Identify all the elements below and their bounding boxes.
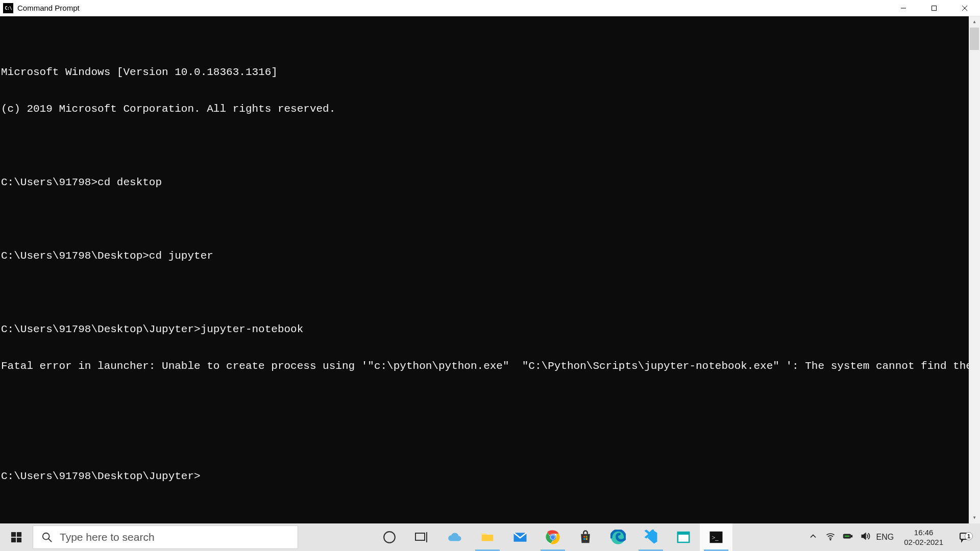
svg-rect-11 [415,533,425,540]
svg-point-27 [830,539,831,540]
vscode-icon [643,529,659,545]
terminal-line: C:\Users\91798\Desktop>cd jupyter [1,250,980,262]
circle-icon [381,529,398,545]
terminal-prompt[interactable]: C:\Users\91798\Desktop\Jupyter> [1,470,980,483]
taskbar-app-chrome[interactable] [536,523,569,551]
terminal-line: (c) 2019 Microsoft Corporation. All righ… [1,103,980,115]
mail-icon [512,529,528,545]
taskbar-app-file-explorer[interactable] [471,523,504,551]
terminal-line [1,434,980,446]
chrome-icon [545,529,561,545]
terminal-output: Microsoft Windows [Version 10.0.18363.13… [0,41,980,507]
edge-icon [610,529,626,545]
svg-line-9 [48,539,52,542]
svg-rect-24 [678,532,690,535]
svg-point-10 [384,532,395,543]
clock-time: 16:46 [904,528,943,538]
taskbar-app-cmd[interactable]: >_ [700,523,732,551]
cmd-app-icon: >_ [708,529,724,545]
task-view-icon [414,529,430,545]
svg-point-17 [551,535,555,539]
clock-date: 02-02-2021 [904,537,943,547]
terminal-line [1,287,980,299]
svg-rect-19 [586,536,587,538]
scroll-up-arrow-icon[interactable]: ▴ [969,16,980,28]
taskbar-app-vscode[interactable] [634,523,667,551]
terminal-line [1,140,980,152]
svg-rect-4 [11,532,16,537]
taskbar-search[interactable]: Type here to search [33,525,298,549]
terminal-line: C:\Users\91798>cd desktop [1,177,980,189]
window-app-icon [675,529,692,545]
terminal-line: C:\Users\91798\Desktop\Jupyter>jupyter-n… [1,323,980,336]
action-center-button[interactable]: 1 [953,531,976,543]
cmd-icon: C:\ [3,3,13,13]
taskbar: Type here to search [0,523,980,551]
notification-count: 1 [965,532,973,540]
taskbar-apps: >_ [373,523,732,551]
svg-rect-18 [584,536,585,538]
minimize-button[interactable] [888,0,919,16]
terminal-line [1,213,980,226]
search-placeholder: Type here to search [60,531,155,543]
windows-logo-icon [11,532,22,543]
terminal-line: Microsoft Windows [Version 10.0.18363.13… [1,66,980,79]
scroll-thumb[interactable] [970,28,979,50]
svg-rect-5 [17,532,21,537]
taskbar-app-store[interactable] [569,523,602,551]
vertical-scrollbar[interactable]: ▴ ▾ [969,16,980,523]
svg-marker-31 [862,533,866,539]
close-button[interactable] [949,0,980,16]
tray-icons [808,531,870,543]
svg-rect-20 [584,538,585,540]
task-view-button[interactable] [406,523,438,551]
battery-icon[interactable] [843,531,853,543]
folder-icon [479,529,496,545]
titlebar-left: C:\ Command Prompt [0,3,80,13]
search-icon [41,532,53,543]
terminal-area[interactable]: Microsoft Windows [Version 10.0.18363.13… [0,16,980,523]
svg-rect-6 [11,538,16,542]
system-tray: ENG 16:46 02-02-2021 1 [808,523,980,551]
tray-overflow-chevron-icon[interactable] [808,531,818,543]
shopping-bag-icon [577,529,594,545]
clock[interactable]: 16:46 02-02-2021 [900,528,947,547]
svg-rect-1 [932,6,937,10]
taskbar-app-generic[interactable] [667,523,700,551]
cortana-button[interactable] [373,523,406,551]
language-indicator[interactable]: ENG [876,533,894,542]
volume-icon[interactable] [860,531,870,543]
cloud-app-icon [447,529,463,545]
scroll-down-arrow-icon[interactable]: ▾ [969,512,980,523]
window-title: Command Prompt [17,4,80,12]
taskbar-left: Type here to search [0,523,298,551]
terminal-line [1,397,980,409]
window-controls [888,0,980,16]
maximize-button[interactable] [919,0,949,16]
window-titlebar: C:\ Command Prompt [0,0,980,16]
svg-point-8 [43,533,50,540]
start-button[interactable] [0,523,33,551]
terminal-line: Fatal error in launcher: Unable to creat… [1,360,980,372]
taskbar-app-cloud[interactable] [438,523,471,551]
svg-rect-30 [844,535,850,538]
svg-rect-21 [586,538,587,540]
svg-rect-29 [851,535,852,537]
taskbar-app-mail[interactable] [504,523,536,551]
svg-rect-7 [17,538,21,542]
wifi-icon[interactable] [825,531,836,543]
svg-text:>_: >_ [712,534,719,541]
taskbar-app-edge[interactable] [602,523,634,551]
